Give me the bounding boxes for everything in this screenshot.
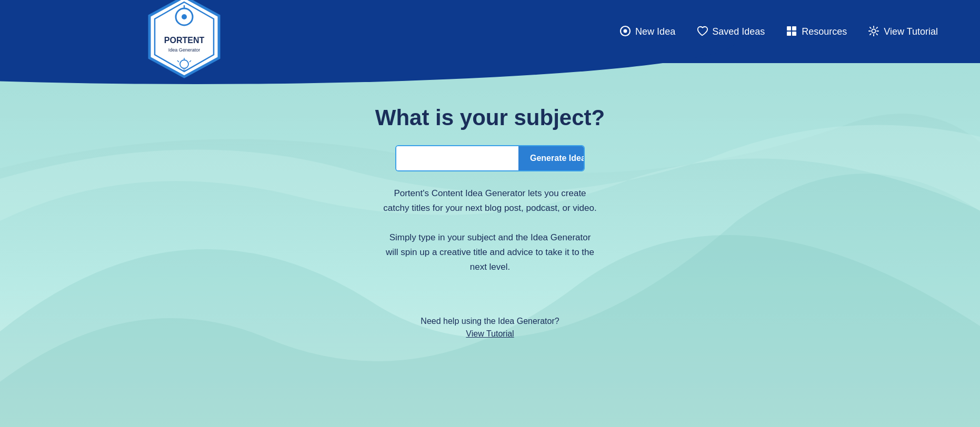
nav-item-new-idea[interactable]: New Idea bbox=[619, 25, 675, 38]
background-container: What is your subject? Generate Idea Port… bbox=[0, 63, 980, 427]
description-para-1: Portent's Content Idea Generator lets yo… bbox=[383, 186, 596, 216]
nav-label-view-tutorial: View Tutorial bbox=[884, 26, 938, 37]
main-content: What is your subject? Generate Idea Port… bbox=[0, 63, 980, 339]
nav-links: New Idea Saved Ideas Resources bbox=[619, 25, 938, 38]
svg-point-14 bbox=[624, 29, 627, 33]
help-text: Need help using the Idea Generator? bbox=[421, 317, 559, 326]
nav-label-saved-ideas: Saved Ideas bbox=[712, 26, 765, 37]
svg-text:Idea Generator: Idea Generator bbox=[168, 47, 201, 53]
svg-point-19 bbox=[872, 29, 876, 33]
logo[interactable]: PORTENT Idea Generator bbox=[147, 0, 221, 81]
svg-rect-16 bbox=[792, 26, 796, 30]
tutorial-link[interactable]: View Tutorial bbox=[466, 329, 514, 338]
nav-label-new-idea: New Idea bbox=[635, 26, 675, 37]
nav-label-resources: Resources bbox=[802, 26, 847, 37]
svg-line-24 bbox=[870, 27, 871, 28]
generate-idea-button[interactable]: Generate Idea bbox=[518, 146, 585, 170]
subject-input-row: Generate Idea bbox=[395, 145, 585, 171]
nav-item-saved-ideas[interactable]: Saved Ideas bbox=[696, 25, 765, 38]
svg-rect-15 bbox=[787, 26, 791, 30]
svg-point-3 bbox=[182, 14, 187, 19]
header: PORTENT Idea Generator New Idea bbox=[0, 0, 980, 63]
description-para-2: Simply type in your subject and the Idea… bbox=[383, 230, 596, 274]
svg-line-26 bbox=[876, 27, 877, 28]
svg-rect-18 bbox=[792, 32, 796, 36]
grid-icon bbox=[786, 25, 797, 38]
nav-item-view-tutorial[interactable]: View Tutorial bbox=[868, 25, 938, 38]
help-section: Need help using the Idea Generator? View… bbox=[421, 317, 559, 339]
svg-line-25 bbox=[876, 34, 877, 35]
page-heading: What is your subject? bbox=[375, 105, 605, 130]
svg-text:PORTENT: PORTENT bbox=[164, 36, 205, 45]
nav-item-resources[interactable]: Resources bbox=[786, 25, 847, 38]
description-block: Portent's Content Idea Generator lets yo… bbox=[383, 186, 596, 274]
circle-icon bbox=[619, 25, 631, 38]
heart-icon bbox=[696, 25, 708, 38]
sun-icon bbox=[868, 25, 879, 38]
svg-line-27 bbox=[870, 34, 871, 35]
subject-input[interactable] bbox=[396, 146, 518, 170]
svg-rect-17 bbox=[787, 32, 791, 36]
